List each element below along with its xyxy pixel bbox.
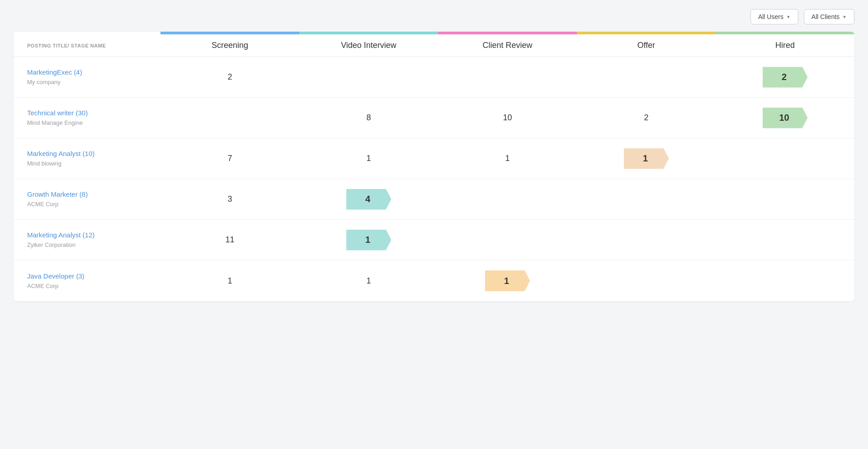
row-title-cell: Growth Marketer (8)ACME Corp [14, 182, 160, 216]
company-name: Mind blowing [27, 160, 61, 167]
table-body: MarketingExec (4)My company22Technical w… [14, 57, 854, 301]
hired-cell[interactable]: 10 [716, 108, 854, 128]
offer-cell[interactable]: 1 [577, 148, 716, 169]
client-review-header: Client Review [438, 41, 577, 50]
video-interview-cell[interactable]: 1 [299, 230, 438, 250]
row-title-cell: Marketing Analyst (10)Mind blowing [14, 142, 160, 175]
table-row: Marketing Analyst (12)Zylker Corporation… [14, 220, 854, 260]
color-bar-client [438, 32, 577, 34]
offer-header: Offer [577, 41, 716, 50]
offer-cell[interactable]: 2 [577, 113, 716, 123]
all-clients-dropdown[interactable]: All Clients ▼ [804, 9, 854, 24]
video-interview-cell[interactable]: 4 [299, 189, 438, 210]
hired-cell[interactable]: 2 [716, 67, 854, 88]
company-name: ACME Corp [27, 201, 58, 208]
color-bar-spacer [14, 32, 160, 34]
color-bar-hired [716, 32, 854, 34]
screening-cell[interactable]: 7 [160, 154, 299, 163]
screening-cell[interactable]: 11 [160, 235, 299, 245]
video-interview-header: Video Interview [299, 41, 438, 50]
posting-title-link[interactable]: MarketingExec (4) [27, 68, 151, 76]
client-review-cell[interactable]: 1 [438, 270, 577, 291]
row-title-cell: Technical writer (30)Mind Manage Engine [14, 101, 160, 135]
hired-badge[interactable]: 10 [763, 108, 808, 128]
posting-title-link[interactable]: Technical writer (30) [27, 109, 151, 117]
posting-title-header: POSTING TITLE/ STAGE NAME [14, 43, 160, 48]
screening-cell[interactable]: 1 [160, 276, 299, 286]
posting-title-link[interactable]: Java Developer (3) [27, 272, 151, 280]
company-name: ACME Corp [27, 283, 58, 289]
pipeline-table: POSTING TITLE/ STAGE NAME Screening Vide… [14, 32, 854, 301]
table-row: Technical writer (30)Mind Manage Engine8… [14, 98, 854, 138]
client-review-badge[interactable]: 1 [485, 270, 530, 291]
posting-title-link[interactable]: Marketing Analyst (10) [27, 150, 151, 157]
row-title-cell: Java Developer (3)ACME Corp [14, 264, 160, 298]
screening-header: Screening [160, 41, 299, 50]
all-users-label: All Users [758, 13, 783, 20]
top-bar: All Users ▼ All Clients ▼ [14, 9, 854, 24]
table-row: Java Developer (3)ACME Corp111 [14, 260, 854, 301]
row-title-cell: MarketingExec (4)My company [14, 60, 160, 94]
company-name: Zylker Corporation [27, 241, 75, 248]
color-bar-video [299, 32, 438, 34]
table-row: MarketingExec (4)My company22 [14, 57, 854, 98]
table-row: Marketing Analyst (10)Mind blowing7111 [14, 138, 854, 179]
color-bar-offer [577, 32, 716, 34]
company-name: Mind Manage Engine [27, 119, 83, 126]
hired-badge[interactable]: 2 [763, 67, 808, 88]
color-bar [14, 32, 854, 34]
company-name: My company [27, 79, 61, 85]
all-clients-label: All Clients [811, 13, 840, 20]
chevron-down-icon: ▼ [786, 14, 791, 19]
page-container: All Users ▼ All Clients ▼ POSTING TITLE/… [0, 0, 868, 310]
client-review-cell[interactable]: 1 [438, 154, 577, 163]
video-interview-cell[interactable]: 1 [299, 154, 438, 163]
all-users-dropdown[interactable]: All Users ▼ [750, 9, 798, 24]
table-row: Growth Marketer (8)ACME Corp34 [14, 179, 854, 220]
video-interview-badge[interactable]: 1 [346, 230, 392, 250]
client-review-cell[interactable]: 10 [438, 113, 577, 123]
video-interview-cell[interactable]: 1 [299, 276, 438, 286]
row-title-cell: Marketing Analyst (12)Zylker Corporation [14, 223, 160, 257]
chevron-down-icon: ▼ [842, 14, 847, 19]
table-header: POSTING TITLE/ STAGE NAME Screening Vide… [14, 34, 854, 57]
offer-badge[interactable]: 1 [624, 148, 669, 169]
screening-cell[interactable]: 2 [160, 72, 299, 82]
video-interview-cell[interactable]: 8 [299, 113, 438, 123]
screening-cell[interactable]: 3 [160, 194, 299, 204]
color-bar-screening [160, 32, 299, 34]
posting-title-link[interactable]: Marketing Analyst (12) [27, 231, 151, 239]
hired-header: Hired [716, 41, 854, 50]
posting-title-link[interactable]: Growth Marketer (8) [27, 190, 151, 198]
video-interview-badge[interactable]: 4 [346, 189, 392, 210]
